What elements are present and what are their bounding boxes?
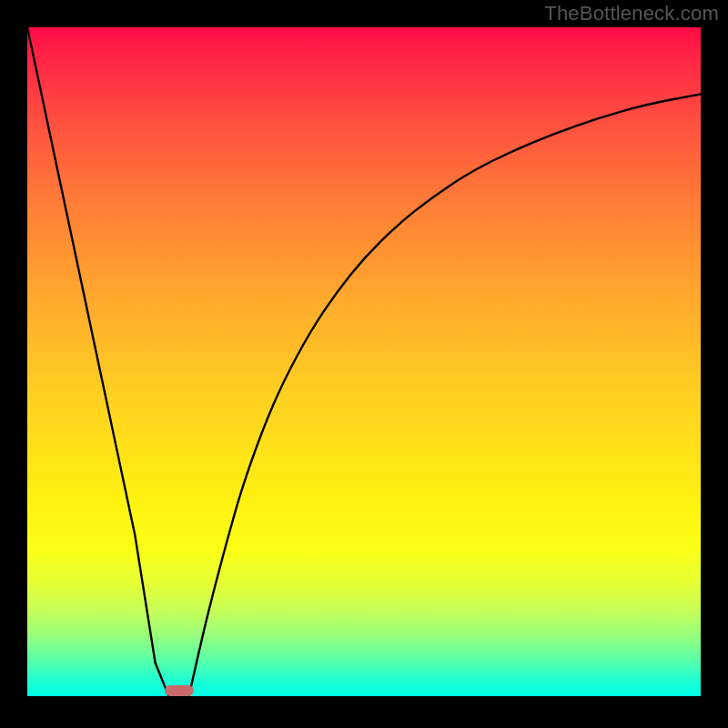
curve-svg (27, 27, 701, 696)
chart-frame: TheBottleneck.com (0, 0, 728, 728)
minimum-marker (165, 685, 194, 696)
curve-path (27, 27, 701, 696)
plot-area (27, 27, 701, 696)
watermark-text: TheBottleneck.com (544, 2, 719, 25)
